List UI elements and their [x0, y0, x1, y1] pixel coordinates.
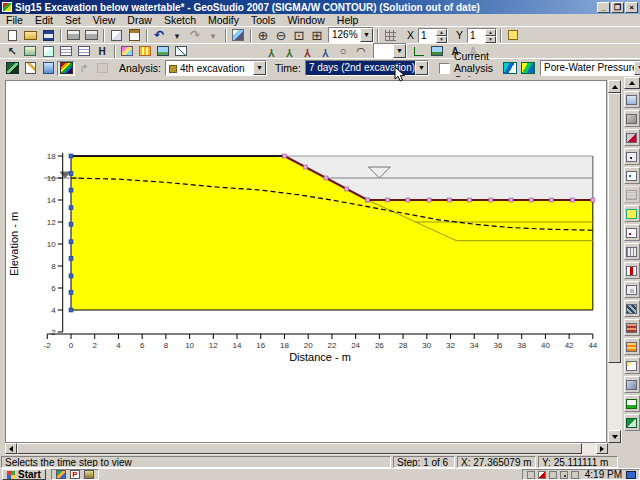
- hydraulic-bc-button[interactable]: [624, 262, 640, 279]
- view-result-graph-button[interactable]: [172, 44, 190, 59]
- grid-x-spin-buttons[interactable]: ▲▼: [436, 29, 447, 42]
- sketch-font-button[interactable]: [624, 91, 640, 108]
- contour-button[interactable]: [57, 61, 75, 76]
- tray-display-icon[interactable]: [626, 471, 636, 479]
- menu-draw[interactable]: Draw: [121, 14, 158, 26]
- paste-button[interactable]: [125, 28, 143, 43]
- draw-circle-button[interactable]: [334, 44, 352, 59]
- view-tables-2-button[interactable]: [75, 44, 93, 59]
- time-step-combo[interactable]: 7 days (2nd excavation) ▼: [305, 60, 429, 76]
- zoom-out-button[interactable]: [272, 28, 290, 43]
- draw-region-button[interactable]: [624, 205, 640, 222]
- draw-loads-button[interactable]: [316, 44, 334, 59]
- point-colors-button[interactable]: [624, 224, 640, 241]
- menu-tools[interactable]: Tools: [245, 14, 282, 26]
- copy-button[interactable]: [107, 28, 125, 43]
- geostudio-home-button[interactable]: [3, 61, 21, 76]
- zoom-level-combo[interactable]: 126% ▼: [328, 27, 374, 43]
- parameter-combo-arrow[interactable]: ▼: [634, 61, 640, 75]
- snap-grid-button[interactable]: [504, 28, 522, 43]
- menu-modify[interactable]: Modify: [202, 14, 245, 26]
- copy-picture-button[interactable]: [39, 44, 57, 59]
- open-button[interactable]: [21, 28, 39, 43]
- analysis-combo[interactable]: 4th excavation ▼: [165, 60, 267, 76]
- start-button[interactable]: Start: [2, 469, 46, 480]
- modify-picture-button[interactable]: [428, 44, 446, 59]
- zoom-in-button[interactable]: [254, 28, 272, 43]
- tray-app-icon[interactable]: [527, 471, 535, 479]
- quick-launch-image-icon[interactable]: [56, 470, 66, 479]
- line-style-combo-arrow[interactable]: ▼: [393, 44, 406, 58]
- select-picture-button[interactable]: [21, 44, 39, 59]
- grid-y-spin-buttons[interactable]: ▲▼: [485, 29, 496, 42]
- minimize-button[interactable]: _: [597, 2, 610, 13]
- current-analysis-only-checkbox[interactable]: [439, 63, 450, 74]
- draw-nodes-button[interactable]: [262, 44, 280, 59]
- sketch-axes-button[interactable]: [410, 44, 428, 59]
- view-tables-button[interactable]: [57, 44, 75, 59]
- new-sketch-button[interactable]: [624, 338, 640, 355]
- line-style-combo[interactable]: ▼: [373, 43, 407, 59]
- horizontal-scroll-thumb[interactable]: [17, 443, 582, 454]
- menu-edit[interactable]: Edit: [29, 14, 59, 26]
- scroll-right-button[interactable]: [596, 443, 608, 454]
- quick-launch-p-icon[interactable]: P: [70, 470, 80, 479]
- menu-set[interactable]: Set: [59, 14, 87, 26]
- insert-picture-button[interactable]: [154, 44, 172, 59]
- tray-volume-icon[interactable]: [560, 471, 568, 479]
- menu-file[interactable]: File: [0, 14, 29, 26]
- draw-contours-button[interactable]: [501, 61, 519, 76]
- apply-changes-button[interactable]: [624, 395, 640, 412]
- save-green-button[interactable]: [624, 414, 640, 431]
- zoom-combo-arrow[interactable]: ▼: [360, 28, 373, 42]
- node-properties-button[interactable]: [624, 148, 640, 165]
- time-combo-arrow[interactable]: ▼: [415, 61, 428, 75]
- contour-parameter-combo[interactable]: Pore-Water Pressure ▼: [540, 60, 640, 76]
- save-button[interactable]: [39, 28, 57, 43]
- modify-objects-button[interactable]: [229, 28, 247, 43]
- solve-button[interactable]: [39, 61, 57, 76]
- mesh-red-button[interactable]: [624, 300, 640, 317]
- scroll-up-button[interactable]: [608, 80, 621, 93]
- draw-graph-button[interactable]: [118, 44, 136, 59]
- print-preview-button[interactable]: [82, 28, 100, 43]
- menu-view[interactable]: View: [87, 14, 122, 26]
- restore-button[interactable]: ❐: [611, 2, 624, 13]
- grid-button[interactable]: [381, 28, 399, 43]
- draw-pins-button[interactable]: [280, 44, 298, 59]
- region-pencil-button[interactable]: [624, 129, 640, 146]
- menu-help[interactable]: Help: [331, 14, 365, 26]
- close-button[interactable]: ×: [625, 2, 638, 13]
- grid-x-spinner[interactable]: 1 ▲▼: [418, 28, 448, 43]
- horizontal-scrollbar[interactable]: [5, 443, 608, 455]
- select-button[interactable]: [3, 44, 21, 59]
- zoom-page-button[interactable]: [308, 28, 326, 43]
- drawing-canvas[interactable]: 24681012141618-2024681012141618202224262…: [5, 80, 607, 443]
- define-button[interactable]: [21, 61, 39, 76]
- mesh-orange-button[interactable]: [624, 319, 640, 336]
- analysis-combo-arrow[interactable]: ▼: [253, 61, 266, 75]
- quick-launch-key-icon[interactable]: [84, 470, 94, 479]
- mesh-properties-button[interactable]: [136, 44, 154, 59]
- undo-dropdown-button[interactable]: [168, 28, 186, 43]
- menu-sketch[interactable]: Sketch: [158, 14, 202, 26]
- draw-fixity-button[interactable]: [298, 44, 316, 59]
- zoom-window-button[interactable]: [290, 28, 308, 43]
- new-button[interactable]: [3, 28, 21, 43]
- tray-network-icon[interactable]: [549, 471, 557, 479]
- stress-bc-button[interactable]: [624, 281, 640, 298]
- draw-lines-button[interactable]: [624, 243, 640, 260]
- print-button[interactable]: [64, 28, 82, 43]
- side-tools-scroll-up-button[interactable]: [624, 77, 640, 89]
- vertical-scrollbar[interactable]: [608, 80, 622, 443]
- tray-scheduler-icon[interactable]: [571, 471, 579, 479]
- vertical-scroll-thumb[interactable]: [608, 93, 621, 363]
- contour-labels-button[interactable]: [519, 61, 537, 76]
- sketch-zoom-button[interactable]: [624, 357, 640, 374]
- region-properties-button[interactable]: [624, 110, 640, 127]
- grid-y-spinner[interactable]: 1 ▲▼: [467, 28, 497, 43]
- scroll-left-button[interactable]: [5, 443, 17, 454]
- menu-window[interactable]: Window: [281, 14, 330, 26]
- node-numbers-button[interactable]: [624, 167, 640, 184]
- tray-alert-icon[interactable]: [538, 471, 546, 479]
